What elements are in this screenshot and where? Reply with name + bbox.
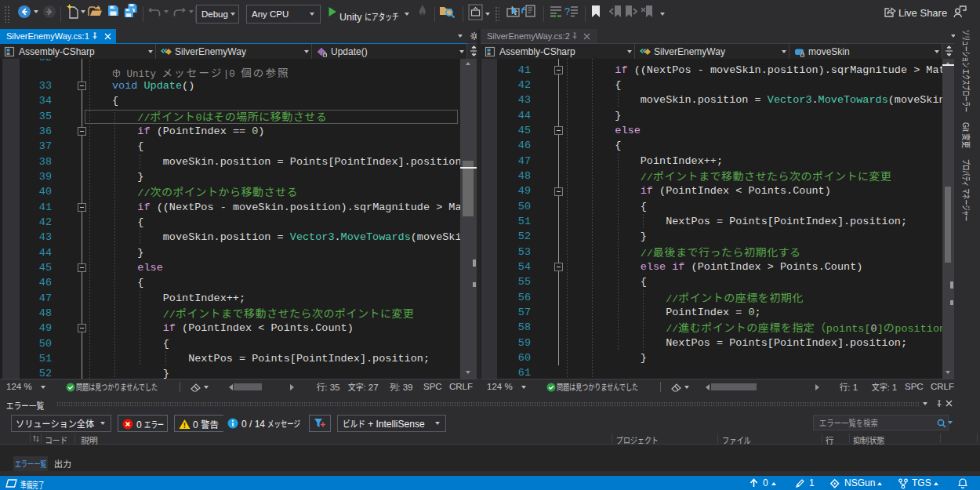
svg-text:?: ? (564, 5, 570, 17)
